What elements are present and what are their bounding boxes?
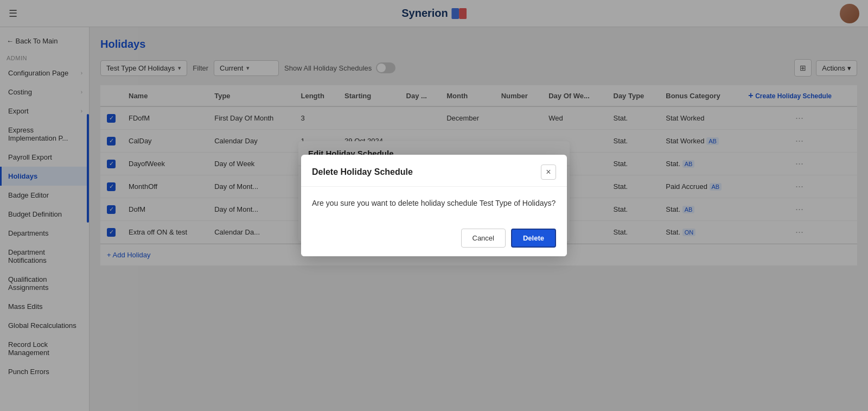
delete-modal-message: Are you sure you want to delete holiday … [312,199,556,207]
delete-cancel-button[interactable]: Cancel [461,229,506,248]
modal-overlay[interactable]: Delete Holiday Schedule × Are you sure y… [0,0,868,411]
delete-modal-footer: Cancel Delete [301,220,567,256]
delete-modal-title: Delete Holiday Schedule [312,167,413,177]
delete-confirm-button[interactable]: Delete [511,229,556,248]
delete-modal: Delete Holiday Schedule × Are you sure y… [301,155,567,256]
delete-modal-close-button[interactable]: × [541,165,556,180]
delete-modal-header: Delete Holiday Schedule × [301,155,567,187]
delete-modal-body: Are you sure you want to delete holiday … [301,187,567,220]
